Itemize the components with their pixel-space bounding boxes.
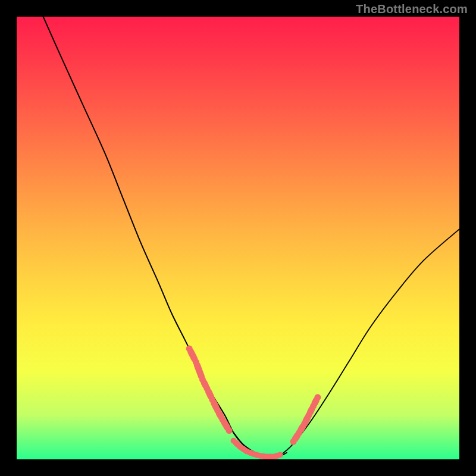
highlight-dot <box>199 377 206 383</box>
highlight-dot <box>244 449 250 455</box>
chart-frame: TheBottleneck.com <box>0 0 476 476</box>
highlight-dot <box>301 421 308 427</box>
highlight-dot <box>310 403 317 409</box>
highlight-dot <box>306 412 312 418</box>
highlight-group <box>186 346 321 460</box>
highlight-dot <box>214 408 221 414</box>
watermark-text: TheBottleneck.com <box>356 2 468 16</box>
curve-group <box>43 17 459 458</box>
highlight-dot <box>231 438 237 444</box>
plot-area <box>17 17 459 459</box>
highlight-dot <box>296 430 302 436</box>
highlight-dot <box>257 453 263 459</box>
highlight-dot <box>250 451 256 457</box>
highlight-dot <box>203 385 210 392</box>
highlight-dot <box>219 416 226 423</box>
chart-svg <box>17 17 459 459</box>
highlight-dot <box>237 444 243 450</box>
highlight-dot <box>290 439 297 445</box>
highlight-dot <box>277 452 283 458</box>
highlight-dot <box>314 394 321 400</box>
highlight-dot <box>193 359 199 365</box>
highlight-dot <box>186 346 193 352</box>
highlight-dot <box>226 427 233 434</box>
left-curve <box>43 17 269 458</box>
highlight-dot <box>209 396 215 403</box>
